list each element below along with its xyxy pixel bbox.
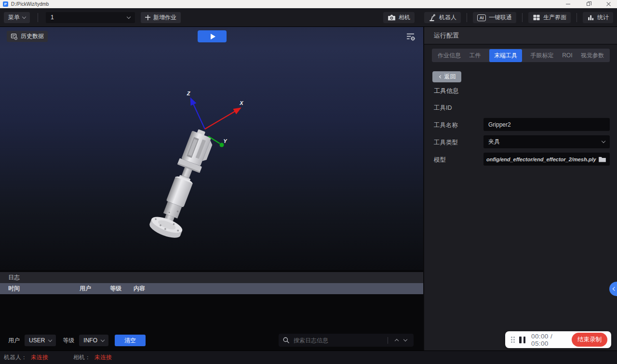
one-key-connect-label: 一键联通	[489, 13, 512, 22]
toolbar-right-group: 相机 机器人 AI 一键联通 生产界面	[383, 8, 613, 27]
recording-time: 00:00 / 05:00	[531, 333, 572, 347]
log-level-label: 等级	[63, 337, 74, 345]
model-label: 模型	[434, 156, 446, 164]
tool-id-label: 工具ID	[434, 104, 452, 112]
main-toolbar: 菜单 1 新增作业 相机 机器人	[0, 8, 617, 27]
tool-type-select[interactable]: 夹具	[483, 135, 610, 148]
statistics-button[interactable]: 统计	[583, 12, 613, 23]
tab-job-info[interactable]: 作业信息	[438, 52, 461, 60]
log-panel: 日志 时间 用户 等级 内容 用户 USER 等级 INFO 清空	[0, 270, 423, 351]
log-table-body[interactable]	[0, 294, 423, 337]
tool-info-section-title: 工具信息	[434, 87, 459, 95]
chevron-left-icon	[613, 287, 617, 291]
3d-scene[interactable]: Z X Y	[0, 27, 423, 270]
config-tabs: 作业信息 工件 末端工具 手眼标定 ROI 视觉参数	[432, 49, 610, 62]
model-path-field	[483, 153, 610, 166]
chevron-down-icon	[127, 14, 131, 18]
menu-dropdown[interactable]: 菜单	[4, 12, 30, 23]
camera-status-label: 相机：	[73, 353, 91, 362]
camera-button[interactable]: 相机	[383, 12, 415, 23]
chevron-down-icon	[101, 338, 105, 341]
toolbar-divider	[522, 13, 523, 22]
drag-handle-icon[interactable]	[511, 337, 512, 338]
log-user-label: 用户	[8, 337, 20, 345]
robot-status-label: 机器人：	[4, 353, 27, 362]
run-config-title: 运行配置	[434, 31, 459, 40]
chevron-down-icon	[22, 14, 26, 18]
chevron-down-icon	[602, 139, 605, 143]
production-view-label: 生产界面	[543, 13, 566, 22]
camera-status-value: 未连接	[94, 353, 112, 362]
search-prev-button[interactable]	[392, 336, 401, 345]
view-settings-button[interactable]	[406, 32, 416, 41]
window-controls	[564, 0, 615, 8]
new-job-button[interactable]: 新增作业	[141, 12, 181, 23]
tool-type-label: 工具类型	[434, 139, 458, 147]
chevron-up-icon	[395, 339, 399, 343]
restore-button[interactable]	[584, 1, 592, 8]
log-table-header: 时间 用户 等级 内容	[0, 283, 423, 294]
browse-model-button[interactable]	[597, 155, 607, 164]
stop-recording-button[interactable]: 结束录制	[572, 333, 607, 347]
log-title: 日志	[0, 272, 423, 283]
back-button[interactable]: 返回	[432, 71, 461, 82]
search-next-button[interactable]	[401, 336, 410, 345]
tab-roi[interactable]: ROI	[562, 52, 572, 59]
one-key-connect-button[interactable]: AI 一键联通	[473, 12, 516, 23]
robot-button[interactable]: 机器人	[424, 12, 461, 23]
filter-gear-icon	[406, 32, 416, 41]
clear-log-button[interactable]: 清空	[115, 335, 146, 346]
pause-recording-button[interactable]	[519, 337, 525, 343]
new-job-label: 新增作业	[153, 13, 176, 22]
robot-icon	[429, 14, 436, 22]
minimize-button[interactable]	[564, 1, 572, 8]
back-label: 返回	[444, 73, 456, 81]
tab-hand-eye-calibration[interactable]: 手眼标定	[531, 52, 554, 60]
model-path-input[interactable]	[485, 156, 597, 162]
tab-end-tool[interactable]: 末端工具	[489, 49, 522, 62]
ai-icon: AI	[477, 14, 486, 21]
camera-icon	[388, 14, 396, 21]
gripper-3d-model	[148, 125, 218, 241]
menu-label: 菜单	[8, 13, 20, 22]
play-icon	[211, 34, 215, 39]
log-search-box	[279, 334, 414, 347]
recording-widget: 00:00 / 05:00 结束录制	[505, 331, 611, 348]
pause-icon	[519, 337, 522, 343]
3d-viewport[interactable]: Z X Y 历史数据	[0, 27, 423, 270]
robot-status-value: 未连接	[31, 353, 48, 362]
search-icon	[282, 337, 290, 344]
chevron-down-icon	[48, 338, 52, 341]
toolbar-divider	[467, 13, 467, 22]
history-data-button[interactable]: 历史数据	[7, 31, 48, 42]
production-grid-icon	[533, 14, 540, 21]
log-col-level: 等级	[110, 285, 134, 293]
run-config-panel: 运行配置 作业信息 工件 末端工具 手眼标定 ROI 视觉参数 返回 工具信息 …	[424, 27, 617, 351]
tab-vision-params[interactable]: 视觉参数	[581, 52, 604, 60]
robot-label: 机器人	[439, 13, 456, 22]
tab-workpiece[interactable]: 工件	[469, 52, 481, 60]
toolbar-divider	[38, 13, 38, 22]
close-button[interactable]	[604, 1, 612, 8]
search-divider	[388, 337, 388, 344]
bar-chart-icon	[587, 14, 594, 21]
titlebar: P D:/PickWiz/tydmb	[0, 0, 617, 8]
history-data-icon	[11, 33, 18, 40]
app-window: P D:/PickWiz/tydmb 菜单 1 新增作业 相机	[0, 0, 617, 364]
window-title: D:/PickWiz/tydmb	[11, 1, 49, 7]
log-level-select[interactable]: INFO	[79, 335, 108, 346]
job-selector-dropdown[interactable]: 1	[46, 12, 135, 23]
production-view-button[interactable]: 生产界面	[528, 12, 571, 23]
log-col-content: 内容	[134, 285, 423, 293]
restore-icon	[587, 2, 590, 6]
tool-name-label: 工具名称	[434, 121, 458, 130]
log-col-user: 用户	[80, 285, 110, 293]
log-search-input[interactable]	[294, 337, 383, 344]
chevron-down-icon	[403, 338, 407, 341]
log-user-select[interactable]: USER	[25, 335, 56, 346]
play-button[interactable]	[198, 30, 227, 42]
toolbar-divider	[577, 13, 577, 22]
job-selector-value: 1	[51, 14, 54, 21]
run-config-header: 运行配置	[424, 27, 617, 45]
tool-name-input[interactable]	[483, 118, 610, 131]
